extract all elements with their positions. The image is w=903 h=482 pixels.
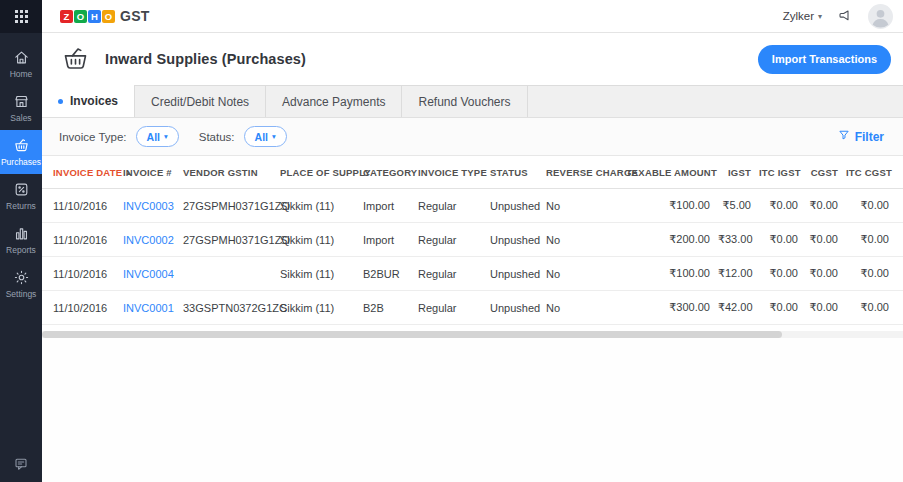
org-name: Zylker bbox=[783, 10, 814, 22]
brand-letters: ZOHO bbox=[60, 10, 116, 23]
sidebar-item-settings[interactable]: Settings bbox=[0, 262, 42, 306]
table-cell: ₹0.00 bbox=[802, 291, 842, 325]
column-header-status[interactable]: STATUS bbox=[486, 156, 542, 189]
table-cell: 11/10/2016 bbox=[42, 291, 119, 325]
table-cell: ₹200.00 bbox=[622, 223, 714, 257]
invoice-number-link[interactable]: INVC0003 bbox=[123, 200, 174, 212]
table-cell: ₹0.00 bbox=[842, 223, 903, 257]
table-cell: No bbox=[542, 291, 622, 325]
tab-refund-vouchers[interactable]: Refund Vouchers bbox=[402, 86, 527, 117]
table-cell: Import bbox=[359, 189, 414, 223]
table-cell: No bbox=[542, 189, 622, 223]
column-header-invoice-date[interactable]: INVOICE DATE▲ bbox=[42, 156, 119, 189]
sidebar-item-reports[interactable]: Reports bbox=[0, 218, 42, 262]
sidebar: HomeSalesPurchasesReturnsReportsSettings bbox=[0, 0, 42, 482]
table-row: 11/10/2016INVC000133GSPTN0372G1ZCSikkim … bbox=[42, 291, 903, 325]
tab-label: Advance Payments bbox=[282, 95, 385, 109]
table-cell: Import bbox=[359, 223, 414, 257]
status-filter[interactable]: All ▾ bbox=[244, 126, 287, 147]
sidebar-item-sales[interactable]: Sales bbox=[0, 86, 42, 130]
sidebar-item-label: Purchases bbox=[1, 157, 41, 167]
table-cell: B2BUR bbox=[359, 257, 414, 291]
import-transactions-button[interactable]: Import Transactions bbox=[758, 45, 891, 74]
table-cell: 11/10/2016 bbox=[42, 189, 119, 223]
column-header-reverse-charge[interactable]: REVERSE CHARGE bbox=[542, 156, 622, 189]
tab-label: Credit/Debit Notes bbox=[151, 95, 249, 109]
chevron-down-icon: ▾ bbox=[164, 132, 168, 141]
table-cell: ₹33.00 bbox=[714, 223, 755, 257]
invoice-number-link[interactable]: INVC0004 bbox=[123, 268, 174, 280]
org-selector[interactable]: Zylker ▾ bbox=[783, 10, 822, 22]
brand-logo: ZOHO GST bbox=[60, 8, 150, 24]
table-cell: ₹0.00 bbox=[842, 291, 903, 325]
table-cell: INVC0004 bbox=[119, 257, 179, 291]
brand-letter: O bbox=[74, 10, 87, 23]
column-header-igst[interactable]: IGST bbox=[714, 156, 755, 189]
app-window: HomeSalesPurchasesReturnsReportsSettings… bbox=[0, 0, 903, 482]
column-header-taxable-amount[interactable]: TAXABLE AMOUNT bbox=[622, 156, 714, 189]
table-cell bbox=[179, 257, 276, 291]
table-row: 11/10/2016INVC000227GSPMH0371G1ZQSikkim … bbox=[42, 223, 903, 257]
filter-button-label: Filter bbox=[855, 130, 884, 144]
app-launcher-button[interactable] bbox=[0, 0, 42, 33]
feedback-button[interactable] bbox=[0, 456, 42, 476]
table-cell: B2B bbox=[359, 291, 414, 325]
table-cell: ₹0.00 bbox=[842, 257, 903, 291]
invoice-number-link[interactable]: INVC0002 bbox=[123, 234, 174, 246]
table-cell: Sikkim (11) bbox=[276, 257, 359, 291]
tab-invoices[interactable]: Invoices bbox=[42, 85, 135, 117]
chat-bubble-icon bbox=[13, 456, 29, 476]
sidebar-item-purchases[interactable]: Purchases bbox=[0, 130, 42, 174]
table-row: 11/10/2016INVC000327GSPMH0371G1ZQSikkim … bbox=[42, 189, 903, 223]
column-header-cgst[interactable]: CGST bbox=[802, 156, 842, 189]
table-cell: ₹100.00 bbox=[622, 257, 714, 291]
active-tab-dot-icon bbox=[58, 99, 63, 104]
table-cell: Unpushed bbox=[486, 223, 542, 257]
sidebar-item-label: Sales bbox=[10, 113, 31, 123]
table-cell: ₹0.00 bbox=[802, 257, 842, 291]
sidebar-item-returns[interactable]: Returns bbox=[0, 174, 42, 218]
column-header-invoice-[interactable]: INVOICE # bbox=[119, 156, 179, 189]
empty-area bbox=[42, 338, 903, 482]
table-cell: INVC0001 bbox=[119, 291, 179, 325]
invoice-type-value: All bbox=[147, 131, 160, 143]
tab-advance-payments[interactable]: Advance Payments bbox=[266, 86, 402, 117]
scrollbar-thumb[interactable] bbox=[42, 331, 782, 338]
table-cell: ₹0.00 bbox=[755, 291, 802, 325]
table-cell: 27GSPMH0371G1ZQ bbox=[179, 189, 276, 223]
column-header-itc-cgst[interactable]: ITC CGST bbox=[842, 156, 903, 189]
invoice-type-filter[interactable]: All ▾ bbox=[136, 126, 179, 147]
page-title: Inward Supplies (Purchases) bbox=[105, 51, 306, 67]
tab-credit-debit-notes[interactable]: Credit/Debit Notes bbox=[135, 86, 266, 117]
table-cell: ₹0.00 bbox=[755, 257, 802, 291]
table-cell: 11/10/2016 bbox=[42, 257, 119, 291]
tab-bar: InvoicesCredit/Debit NotesAdvance Paymen… bbox=[42, 85, 903, 118]
brand-suffix: GST bbox=[120, 8, 150, 24]
table-cell: INVC0003 bbox=[119, 189, 179, 223]
tab-label: Invoices bbox=[70, 94, 118, 108]
table-cell: Unpushed bbox=[486, 291, 542, 325]
announcement-icon[interactable] bbox=[837, 8, 853, 24]
table-cell: Regular bbox=[414, 291, 486, 325]
column-header-category[interactable]: CATEGORY bbox=[359, 156, 414, 189]
main-area: ZOHO GST Zylker ▾ Inward Supplies ( bbox=[42, 0, 903, 482]
brand-letter: Z bbox=[60, 10, 73, 23]
column-header-vendor-gstin[interactable]: VENDOR GSTIN bbox=[179, 156, 276, 189]
invoice-number-link[interactable]: INVC0001 bbox=[123, 302, 174, 314]
table-cell: 11/10/2016 bbox=[42, 223, 119, 257]
column-header-itc-igst[interactable]: ITC IGST bbox=[755, 156, 802, 189]
column-header-place-of-supply[interactable]: PLACE OF SUPPLY bbox=[276, 156, 359, 189]
sidebar-item-home[interactable]: Home bbox=[0, 42, 42, 86]
sidebar-item-label: Settings bbox=[6, 289, 37, 299]
filter-button[interactable]: Filter bbox=[838, 129, 884, 144]
user-avatar[interactable] bbox=[868, 4, 893, 29]
table-cell: ₹0.00 bbox=[755, 223, 802, 257]
funnel-icon bbox=[838, 129, 850, 144]
brand-letter: O bbox=[102, 10, 115, 23]
table-cell: ₹300.00 bbox=[622, 291, 714, 325]
table-cell: ₹42.00 bbox=[714, 291, 755, 325]
column-header-invoice-type[interactable]: INVOICE TYPE bbox=[414, 156, 486, 189]
sidebar-nav: HomeSalesPurchasesReturnsReportsSettings bbox=[0, 33, 42, 306]
table-cell: 33GSPTN0372G1ZC bbox=[179, 291, 276, 325]
horizontal-scrollbar[interactable] bbox=[42, 331, 903, 338]
